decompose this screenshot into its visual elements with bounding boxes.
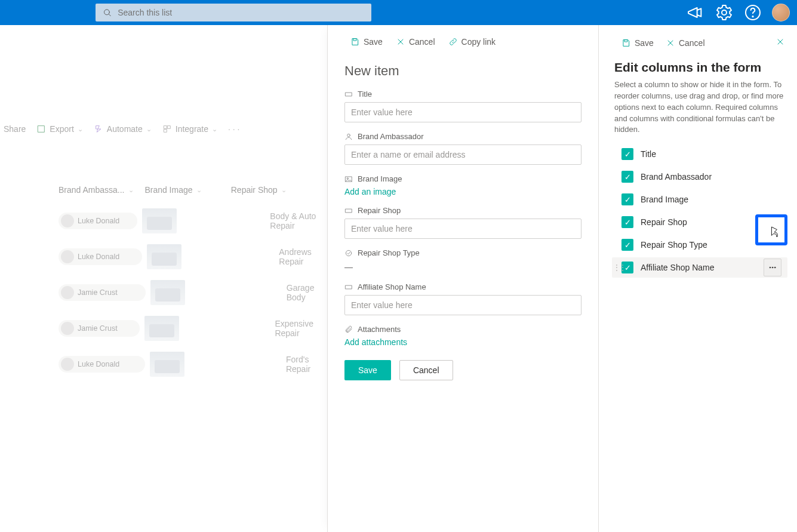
- checkbox[interactable]: ✓: [621, 239, 633, 251]
- panel-cancel-button[interactable]: Cancel: [391, 35, 440, 49]
- svg-rect-18: [346, 285, 352, 289]
- checkbox[interactable]: ✓: [621, 171, 633, 183]
- col-header-shop[interactable]: Repair Shop ⌄: [231, 185, 334, 195]
- image-thumbnail: [150, 352, 184, 377]
- affiliate-label: Affiliate Shop Name: [344, 282, 581, 291]
- avatar-icon: [61, 214, 74, 227]
- col-header-image[interactable]: Brand Image ⌄: [144, 185, 230, 195]
- column-row[interactable]: ⋮⋮✓Brand Image: [612, 189, 787, 210]
- svg-rect-7: [167, 126, 170, 129]
- title-label: Title: [344, 90, 581, 99]
- edit-columns-panel: Save Cancel Edit columns in the form Sel…: [598, 25, 797, 532]
- suite-header: [0, 0, 797, 25]
- add-attachments-link[interactable]: Add attachments: [344, 337, 581, 347]
- edit-heading: Edit columns in the form: [614, 60, 787, 75]
- avatar-icon: [61, 322, 74, 335]
- column-label: Title: [641, 149, 656, 159]
- shoptype-value[interactable]: —: [344, 261, 581, 273]
- shoptype-label: Repair Shop Type: [344, 248, 581, 257]
- person-pill[interactable]: Luke Donald: [59, 248, 142, 265]
- shop-cell: Andrews Repair: [279, 247, 334, 266]
- svg-point-41: [774, 267, 776, 268]
- column-row[interactable]: ⋮⋮✓Title: [612, 144, 787, 164]
- svg-point-13: [347, 134, 350, 137]
- table-row[interactable]: Luke DonaldFord's Repair: [0, 346, 334, 382]
- megaphone-icon[interactable]: [686, 3, 705, 22]
- svg-point-40: [772, 267, 773, 268]
- add-image-link[interactable]: Add an image: [344, 187, 581, 196]
- svg-rect-19: [624, 39, 627, 41]
- more-commands[interactable]: · · ·: [228, 124, 239, 134]
- export-button[interactable]: Export⌄: [36, 124, 82, 134]
- settings-icon[interactable]: [715, 3, 734, 22]
- cancel-button[interactable]: Cancel: [399, 360, 453, 380]
- title-input[interactable]: [344, 102, 581, 122]
- avatar-icon: [61, 286, 74, 299]
- column-more-button[interactable]: [764, 259, 781, 276]
- image-label: Brand Image: [344, 174, 581, 183]
- svg-point-4: [752, 16, 753, 17]
- attachments-label: Attachments: [344, 325, 581, 334]
- image-thumbnail: [150, 280, 185, 305]
- image-thumbnail: [142, 208, 177, 233]
- shop-label: Repair Shop: [344, 206, 581, 215]
- chevron-down-icon: ⌄: [78, 125, 83, 133]
- image-thumbnail: [147, 244, 181, 269]
- svg-point-15: [347, 177, 348, 179]
- shop-input[interactable]: [344, 219, 581, 239]
- checkbox[interactable]: ✓: [621, 216, 633, 228]
- table-row[interactable]: Jamie CrustGarage Body: [0, 275, 334, 310]
- column-row[interactable]: ⋮⋮✓Repair Shop Type: [612, 235, 787, 255]
- svg-rect-9: [353, 39, 356, 41]
- avatar-icon: [61, 358, 74, 371]
- column-label: Repair Shop: [641, 217, 687, 227]
- integrate-button[interactable]: Integrate⌄: [162, 124, 217, 134]
- svg-rect-5: [38, 126, 45, 133]
- shop-cell: Expensive Repair: [275, 319, 334, 338]
- col-header-ambassador[interactable]: Brand Ambassa... ⌄: [59, 185, 144, 195]
- search-box[interactable]: [96, 4, 371, 21]
- person-pill[interactable]: Luke Donald: [59, 213, 137, 229]
- person-pill[interactable]: Jamie Crust: [59, 320, 140, 337]
- column-row[interactable]: ⋮⋮✓Brand Ambassador: [612, 167, 787, 187]
- person-pill[interactable]: Luke Donald: [59, 356, 145, 373]
- copy-link-button[interactable]: Copy link: [444, 35, 501, 49]
- column-row[interactable]: ⋮⋮✓Repair Shop: [612, 212, 787, 232]
- automate-button[interactable]: Automate⌄: [94, 124, 152, 134]
- drag-handle-icon[interactable]: ⋮⋮: [613, 263, 625, 272]
- help-icon[interactable]: [743, 3, 762, 22]
- share-button[interactable]: Share: [4, 124, 26, 134]
- user-avatar[interactable]: [772, 4, 790, 21]
- column-list: ⋮⋮✓Title⋮⋮✓Brand Ambassador⋮⋮✓Brand Imag…: [612, 144, 787, 278]
- close-panel-button[interactable]: [773, 35, 787, 51]
- person-pill[interactable]: Jamie Crust: [59, 284, 146, 301]
- svg-point-17: [346, 250, 351, 256]
- close-icon: [776, 37, 785, 47]
- ambassador-label: Brand Ambassador: [344, 132, 581, 141]
- edit-cancel-button[interactable]: Cancel: [661, 36, 710, 50]
- table-row[interactable]: Luke DonaldBody & Auto Repair: [0, 203, 334, 239]
- search-input[interactable]: [116, 7, 364, 18]
- svg-rect-6: [164, 126, 167, 129]
- checkbox[interactable]: ✓: [621, 148, 633, 160]
- table-row[interactable]: Jamie CrustExpensive Repair: [0, 310, 334, 346]
- affiliate-input[interactable]: [344, 295, 581, 315]
- save-button[interactable]: Save: [344, 360, 391, 380]
- svg-point-39: [770, 267, 771, 268]
- avatar-icon: [61, 250, 74, 263]
- svg-line-1: [109, 14, 110, 16]
- svg-rect-16: [346, 209, 352, 213]
- list-grid: Brand Ambassa... ⌄ Brand Image ⌄ Repair …: [0, 185, 334, 382]
- svg-rect-12: [346, 93, 352, 96]
- panel-save-button[interactable]: Save: [346, 35, 387, 49]
- column-row[interactable]: ⋮⋮✓Affiliate Shop Name: [612, 257, 787, 278]
- table-row[interactable]: Luke DonaldAndrews Repair: [0, 239, 334, 275]
- edit-save-button[interactable]: Save: [617, 36, 658, 50]
- checkbox[interactable]: ✓: [621, 193, 633, 205]
- svg-rect-8: [164, 130, 167, 133]
- ambassador-input[interactable]: [344, 144, 581, 165]
- shop-cell: Body & Auto Repair: [270, 211, 334, 230]
- panel-heading: New item: [344, 63, 598, 79]
- search-icon: [103, 8, 112, 17]
- column-label: Brand Image: [641, 195, 688, 204]
